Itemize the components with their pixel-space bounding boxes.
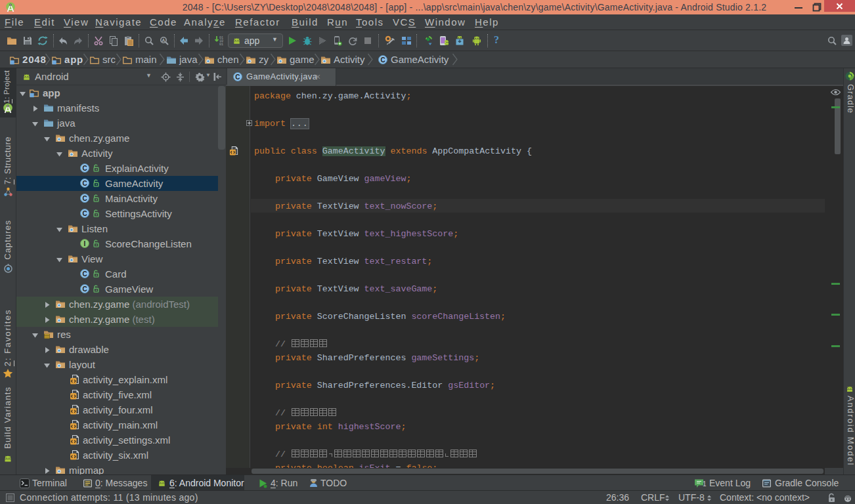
svg-text:A: A [162,38,165,43]
svg-text:01: 01 [219,43,223,46]
